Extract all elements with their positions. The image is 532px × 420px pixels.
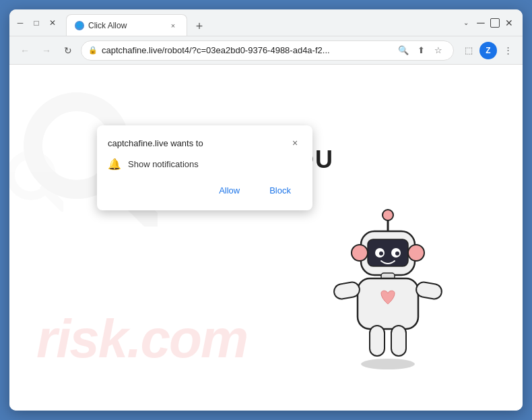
menu-icon[interactable]: ⋮ [500, 42, 516, 59]
tab-close-button[interactable]: × [168, 20, 178, 31]
maximize-button[interactable]: □ [31, 18, 42, 28]
url-text: captchafine.live/robot4/?c=03ea2bd0-9376… [102, 45, 391, 55]
tab-strip: 🌐 Click Allow × + [66, 9, 457, 36]
svg-point-10 [379, 251, 383, 256]
popup-buttons: Allow Block [108, 181, 302, 200]
svg-point-13 [408, 245, 424, 261]
back-button[interactable]: ← [16, 42, 34, 59]
svg-point-5 [383, 210, 393, 220]
title-maximize-button[interactable] [490, 18, 500, 28]
refresh-button[interactable]: ↻ [59, 42, 77, 59]
tab-favicon: 🌐 [75, 21, 84, 30]
url-bar[interactable]: 🔒 captchafine.live/robot4/?c=03ea2bd0-93… [81, 40, 454, 61]
svg-rect-19 [391, 326, 406, 356]
tab-title: Click Allow [88, 21, 164, 30]
block-button[interactable]: Block [259, 181, 302, 200]
bookmark-icon[interactable]: ☆ [430, 42, 446, 59]
popup-title: captchafine.live wants to [108, 138, 203, 148]
lock-icon: 🔒 [88, 46, 98, 55]
page-content: risk.com YOU captchafine.live wants to ×… [9, 65, 523, 411]
url-actions: 🔍 ⬆ ☆ [395, 42, 446, 59]
active-tab[interactable]: 🌐 Click Allow × [66, 14, 187, 36]
watermark-text: risk.com [36, 308, 247, 370]
title-close-button[interactable]: ✕ [504, 18, 514, 28]
title-bar: ─ □ ✕ 🌐 Click Allow × + ⌄ ─ ✕ [9, 9, 523, 36]
robot-svg [321, 206, 455, 381]
window-controls: ─ □ ✕ [15, 18, 58, 28]
magnifier-partial-icon [9, 132, 63, 240]
bell-icon: 🔔 [108, 158, 121, 171]
new-tab-button[interactable]: + [190, 17, 209, 36]
popup-close-button[interactable]: × [288, 136, 302, 150]
notification-popup: captchafine.live wants to × 🔔 Show notif… [97, 125, 312, 210]
svg-rect-16 [333, 281, 360, 300]
browser-window: ─ □ ✕ 🌐 Click Allow × + ⌄ ─ ✕ [9, 9, 523, 411]
popup-header: captchafine.live wants to × [108, 136, 302, 150]
svg-rect-18 [370, 326, 385, 356]
svg-point-12 [352, 245, 368, 261]
svg-point-11 [395, 251, 399, 256]
allow-button[interactable]: Allow [205, 181, 253, 200]
search-icon[interactable]: 🔍 [395, 42, 411, 59]
close-button[interactable]: ✕ [47, 18, 58, 28]
forward-button[interactable]: → [38, 42, 55, 59]
profile-button[interactable]: Z [479, 42, 497, 59]
title-minimize-button[interactable]: ─ [475, 18, 486, 28]
svg-line-3 [44, 189, 63, 208]
browser-actions: ⬚ Z ⋮ [461, 42, 516, 59]
svg-rect-17 [415, 281, 442, 300]
sidebar-icon[interactable]: ⬚ [461, 42, 477, 59]
address-bar: ← → ↻ 🔒 captchafine.live/robot4/?c=03ea2… [9, 36, 523, 65]
svg-point-20 [361, 359, 415, 369]
chevron-down-icon: ⌄ [461, 18, 471, 28]
minimize-button[interactable]: ─ [15, 18, 26, 28]
notification-label: Show notifications [128, 159, 199, 169]
share-icon[interactable]: ⬆ [413, 42, 429, 59]
popup-notification-row: 🔔 Show notifications [108, 158, 302, 171]
svg-rect-7 [368, 239, 408, 266]
robot-illustration [321, 206, 455, 384]
